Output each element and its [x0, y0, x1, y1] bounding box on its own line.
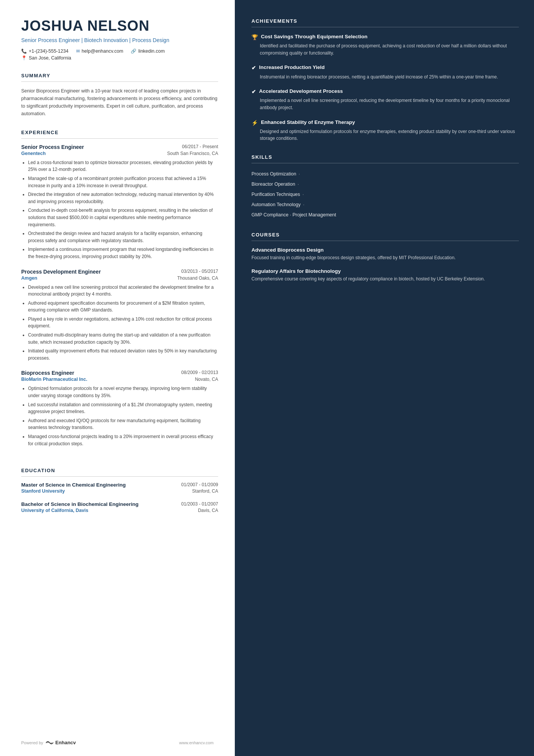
skills-divider: [251, 163, 519, 163]
achievement-title-2: ✔ Increased Production Yield: [251, 64, 519, 71]
courses-title: COURSES: [251, 232, 519, 238]
applicant-name: JOSHUA NELSON: [21, 18, 218, 34]
job-dates-1: 06/2017 - Present: [182, 144, 218, 149]
location-row: 📍 San Jose, California: [21, 55, 218, 61]
edu-school-1: Stanford University: [21, 488, 65, 494]
summary-section: SUMMARY Senior Bioprocess Engineer with …: [21, 73, 218, 117]
skills-list: Process Optimization · Bioreactor Operat…: [251, 169, 519, 220]
courses-divider: [251, 241, 519, 241]
achievements-section: ACHIEVEMENTS 🏆 Cost Savings Through Equi…: [251, 18, 519, 142]
phone-icon: 📞: [21, 49, 27, 54]
skill-dot-4: ·: [302, 202, 304, 207]
job-bullets-1: Led a cross-functional team to optimize …: [21, 159, 218, 260]
edu-school-row-2: University of California, Davis Davis, C…: [21, 508, 218, 513]
achievement-label-1: Cost Savings Through Equipment Selection: [261, 33, 519, 40]
bullet: Led successful installation and commissi…: [28, 401, 218, 415]
bullet: Played a key role in vendor negotiations…: [28, 316, 218, 330]
skill-item-3: Purification Techniques ·: [251, 190, 519, 199]
education-divider: [21, 476, 218, 477]
job-bullets-3: Optimized formulation protocols for a no…: [21, 385, 218, 447]
job-company-row-2: Amgen Thousand Oaks, CA: [21, 275, 218, 281]
job-header-3: Bioprocess Engineer 08/2009 - 02/2013: [21, 370, 218, 376]
contact-row: 📞 +1-(234)-555-1234 ✉ help@enhancv.com 🔗…: [21, 49, 218, 54]
job-dates-3: 08/2009 - 02/2013: [181, 370, 218, 375]
edu-degree-1: Master of Science in Chemical Engineerin…: [21, 482, 126, 488]
job-location-3: Novato, CA: [195, 377, 218, 382]
achievement-desc-3: Implemented a novel cell line screening …: [251, 97, 519, 111]
job-header-2: Process Development Engineer 03/2013 - 0…: [21, 269, 218, 275]
powered-by-label: Powered by: [21, 740, 43, 745]
course-item-1: Advanced Bioprocess Design Focused train…: [251, 247, 519, 261]
phone-contact: 📞 +1-(234)-555-1234: [21, 49, 69, 54]
edu-dates-2: 01/2003 - 01/2007: [181, 501, 218, 507]
achievement-icon-3: ✔: [251, 88, 256, 95]
job-location-2: Thousand Oaks, CA: [177, 275, 218, 281]
job-company-1: Genentech: [21, 151, 46, 156]
bullet: Led a cross-functional team to optimize …: [28, 159, 218, 173]
bullet: Authored and executed IQ/OQ protocols fo…: [28, 417, 218, 431]
bullet: Directed the integration of new automati…: [28, 191, 218, 205]
summary-title: SUMMARY: [21, 73, 218, 78]
skill-item-4: Automation Technology ·: [251, 200, 519, 210]
bullet: Initiated quality improvement efforts th…: [28, 347, 218, 362]
edu-school-row-1: Stanford University Stanford, CA: [21, 488, 218, 494]
bullet: Conducted in-depth cost-benefit analysis…: [28, 207, 218, 228]
right-column: ACHIEVEMENTS 🏆 Cost Savings Through Equi…: [235, 0, 534, 756]
course-desc-1: Focused training in cutting-edge bioproc…: [251, 254, 519, 261]
course-item-2: Regulatory Affairs for Biotechnology Com…: [251, 268, 519, 283]
email-icon: ✉: [76, 49, 80, 54]
job-bullets-2: Developed a new cell line screening prot…: [21, 284, 218, 362]
bullet: Implemented a continuous improvement pro…: [28, 246, 218, 260]
summary-text: Senior Bioprocess Engineer with a 10-yea…: [21, 87, 218, 117]
achievements-title: ACHIEVEMENTS: [251, 18, 519, 24]
skill-dot-1: ·: [297, 171, 300, 177]
summary-divider: [21, 81, 218, 82]
edu-item-1: Master of Science in Chemical Engineerin…: [21, 482, 218, 494]
location-icon: 📍: [21, 55, 27, 61]
header: JOSHUA NELSON Senior Process Engineer | …: [21, 18, 218, 61]
bullet: Authored equipment specification documen…: [28, 300, 218, 314]
course-title-1: Advanced Bioprocess Design: [251, 247, 519, 253]
bullet: Managed cross-functional projects leadin…: [28, 433, 218, 447]
edu-header-1: Master of Science in Chemical Engineerin…: [21, 482, 218, 488]
job-title-2: Process Development Engineer: [21, 269, 101, 275]
achievement-item-3: ✔ Accelerated Development Process Implem…: [251, 88, 519, 111]
job-company-row-1: Genentech South San Francisco, CA: [21, 151, 218, 156]
bullet: Optimized formulation protocols for a no…: [28, 385, 218, 399]
achievement-desc-2: Instrumental in refining bioreactor proc…: [251, 74, 519, 81]
achievement-icon-4: ⚡: [251, 119, 258, 126]
location-text: San Jose, California: [29, 55, 71, 61]
bullet: Developed a new cell line screening prot…: [28, 284, 218, 298]
experience-title: EXPERIENCE: [21, 130, 218, 135]
phone-number: +1-(234)-555-1234: [29, 49, 69, 54]
resume-footer: Powered by Enhancv www.enhancv.com: [0, 740, 235, 745]
achievement-title-3: ✔ Accelerated Development Process: [251, 88, 519, 95]
achievement-item-1: 🏆 Cost Savings Through Equipment Selecti…: [251, 33, 519, 56]
skills-title: SKILLS: [251, 154, 519, 160]
linkedin-icon: 🔗: [131, 49, 136, 54]
achievement-title-1: 🏆 Cost Savings Through Equipment Selecti…: [251, 33, 519, 41]
email-address: help@enhancv.com: [82, 49, 123, 54]
footer-powered: Powered by Enhancv: [21, 740, 76, 745]
enhancv-logo-icon: [45, 740, 54, 745]
left-column: JOSHUA NELSON Senior Process Engineer | …: [0, 0, 235, 756]
job-company-2: Amgen: [21, 275, 37, 281]
resume-wrapper: JOSHUA NELSON Senior Process Engineer | …: [0, 0, 534, 756]
email-contact: ✉ help@enhancv.com: [76, 49, 123, 54]
edu-degree-2: Bachelor of Science in Biochemical Engin…: [21, 501, 139, 507]
job-item-3: Bioprocess Engineer 08/2009 - 02/2013 Bi…: [21, 370, 218, 447]
edu-location-1: Stanford, CA: [192, 488, 218, 494]
job-company-row-3: BioMarin Pharmaceutical Inc. Novato, CA: [21, 377, 218, 382]
edu-header-2: Bachelor of Science in Biochemical Engin…: [21, 501, 218, 507]
achievement-icon-2: ✔: [251, 64, 256, 71]
edu-item-2: Bachelor of Science in Biochemical Engin…: [21, 501, 218, 513]
skill-item-1: Process Optimization ·: [251, 169, 519, 179]
footer-website: www.enhancv.com: [179, 740, 214, 745]
skill-dot-2: ·: [296, 182, 299, 187]
skill-dot-3: ·: [301, 192, 304, 197]
job-item-2: Process Development Engineer 03/2013 - 0…: [21, 269, 218, 362]
edu-school-2: University of California, Davis: [21, 508, 88, 513]
job-location-1: South San Francisco, CA: [167, 151, 218, 156]
job-item-1: Senior Process Engineer 06/2017 - Presen…: [21, 144, 218, 260]
achievement-desc-1: Identified and facilitated the purchase …: [251, 42, 519, 56]
